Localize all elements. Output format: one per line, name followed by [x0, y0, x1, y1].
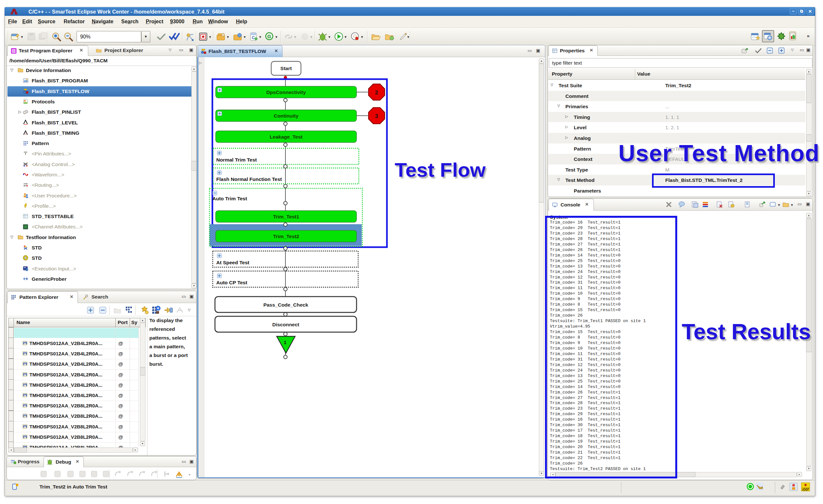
svg-text:At Speed Test: At Speed Test [216, 260, 249, 265]
svg-text:Auto CP Test: Auto CP Test [216, 280, 247, 285]
svg-text:Auto Trim Test: Auto Trim Test [212, 196, 247, 201]
svg-text:Flash Normal Function Test: Flash Normal Function Test [216, 176, 282, 182]
svg-text:Normal Trim Test: Normal Trim Test [216, 157, 257, 163]
svg-text:2: 2 [375, 89, 378, 96]
svg-text:Leakage_Test: Leakage_Test [270, 134, 302, 140]
svg-text:Pass_Code_Check: Pass_Code_Check [264, 302, 308, 307]
svg-text:Disconnect: Disconnect [272, 322, 299, 327]
svg-text:G: G [267, 34, 271, 39]
svg-text:Start: Start [280, 65, 292, 71]
svg-text:C: C [252, 35, 255, 40]
svg-text:1: 1 [284, 339, 286, 345]
svg-text:Continuity: Continuity [274, 113, 299, 118]
svg-text:Trim_Test2: Trim_Test2 [273, 234, 299, 239]
svg-text:DpsConnectivity: DpsConnectivity [266, 89, 306, 95]
svg-text:Trim_Test1: Trim_Test1 [273, 214, 299, 219]
svg-text:3: 3 [375, 113, 378, 119]
